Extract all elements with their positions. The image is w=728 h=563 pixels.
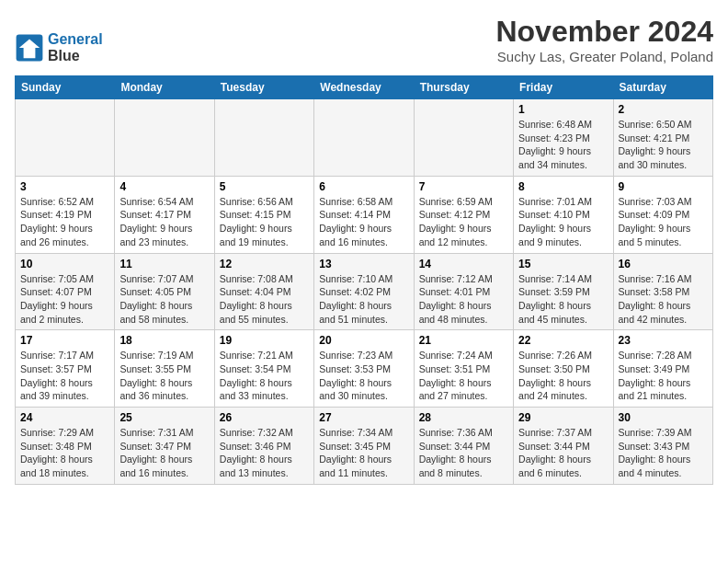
- calendar-day-header: Tuesday: [214, 76, 313, 99]
- calendar-day-header: Thursday: [414, 76, 513, 99]
- calendar-day-cell: 17Sunrise: 7:17 AM Sunset: 3:57 PM Dayli…: [16, 330, 115, 408]
- calendar-table: SundayMondayTuesdayWednesdayThursdayFrid…: [15, 75, 713, 485]
- calendar-day-cell: 16Sunrise: 7:16 AM Sunset: 3:58 PM Dayli…: [613, 253, 712, 330]
- day-info: Sunrise: 7:16 AM Sunset: 3:58 PM Dayligh…: [619, 272, 708, 327]
- day-number: 2: [619, 103, 708, 116]
- calendar-day-cell: 10Sunrise: 7:05 AM Sunset: 4:07 PM Dayli…: [16, 253, 115, 330]
- calendar-day-cell: 7Sunrise: 6:59 AM Sunset: 4:12 PM Daylig…: [414, 176, 513, 253]
- day-number: 18: [119, 334, 209, 347]
- day-info: Sunrise: 7:05 AM Sunset: 4:07 PM Dayligh…: [20, 272, 109, 327]
- day-info: Sunrise: 6:48 AM Sunset: 4:23 PM Dayligh…: [518, 118, 608, 172]
- calendar-day-cell: 27Sunrise: 7:34 AM Sunset: 3:45 PM Dayli…: [314, 408, 414, 485]
- calendar-day-cell: 4Sunrise: 6:54 AM Sunset: 4:17 PM Daylig…: [115, 176, 214, 253]
- day-number: 15: [518, 258, 608, 270]
- day-number: 11: [119, 258, 209, 270]
- calendar-day-cell: 22Sunrise: 7:26 AM Sunset: 3:50 PM Dayli…: [514, 330, 613, 408]
- day-info: Sunrise: 7:14 AM Sunset: 3:59 PM Dayligh…: [518, 272, 608, 327]
- calendar-day-cell: 28Sunrise: 7:36 AM Sunset: 3:44 PM Dayli…: [414, 408, 513, 485]
- calendar-day-cell: 12Sunrise: 7:08 AM Sunset: 4:04 PM Dayli…: [214, 253, 313, 330]
- calendar-week-row: 24Sunrise: 7:29 AM Sunset: 3:48 PM Dayli…: [16, 408, 713, 485]
- day-info: Sunrise: 7:23 AM Sunset: 3:53 PM Dayligh…: [319, 349, 408, 403]
- day-number: 7: [419, 180, 508, 193]
- day-number: 12: [220, 258, 309, 270]
- day-info: Sunrise: 6:52 AM Sunset: 4:19 PM Dayligh…: [20, 195, 109, 249]
- day-info: Sunrise: 7:29 AM Sunset: 3:48 PM Dayligh…: [20, 426, 109, 480]
- logo: General Blue: [15, 31, 103, 64]
- day-info: Sunrise: 7:07 AM Sunset: 4:05 PM Dayligh…: [119, 272, 209, 327]
- calendar-day-cell: 21Sunrise: 7:24 AM Sunset: 3:51 PM Dayli…: [414, 330, 513, 408]
- calendar-day-cell: 14Sunrise: 7:12 AM Sunset: 4:01 PM Dayli…: [414, 253, 513, 330]
- day-info: Sunrise: 7:24 AM Sunset: 3:51 PM Dayligh…: [419, 349, 508, 403]
- day-number: 14: [419, 258, 508, 270]
- day-number: 30: [619, 411, 708, 424]
- calendar-day-cell: 26Sunrise: 7:32 AM Sunset: 3:46 PM Dayli…: [214, 408, 313, 485]
- day-number: 10: [20, 258, 109, 270]
- day-info: Sunrise: 6:59 AM Sunset: 4:12 PM Dayligh…: [419, 195, 508, 249]
- calendar-week-row: 17Sunrise: 7:17 AM Sunset: 3:57 PM Dayli…: [16, 330, 713, 408]
- day-number: 19: [220, 334, 309, 347]
- day-info: Sunrise: 7:36 AM Sunset: 3:44 PM Dayligh…: [419, 426, 508, 480]
- day-info: Sunrise: 6:58 AM Sunset: 4:14 PM Dayligh…: [319, 195, 408, 249]
- calendar-day-cell: [214, 99, 313, 177]
- day-number: 28: [419, 411, 508, 424]
- calendar-day-header: Sunday: [16, 76, 115, 99]
- logo-icon: [15, 33, 44, 63]
- calendar-week-row: 3Sunrise: 6:52 AM Sunset: 4:19 PM Daylig…: [16, 176, 713, 253]
- title-section: November 2024 Suchy Las, Greater Poland,…: [495, 15, 713, 64]
- calendar-day-cell: [16, 99, 115, 177]
- location-title: Suchy Las, Greater Poland, Poland: [495, 49, 713, 64]
- calendar-day-cell: 15Sunrise: 7:14 AM Sunset: 3:59 PM Dayli…: [514, 253, 613, 330]
- day-info: Sunrise: 7:03 AM Sunset: 4:09 PM Dayligh…: [619, 195, 708, 249]
- calendar-day-header: Wednesday: [314, 76, 414, 99]
- calendar-day-cell: [414, 99, 513, 177]
- day-info: Sunrise: 7:31 AM Sunset: 3:47 PM Dayligh…: [119, 426, 209, 480]
- day-number: 1: [518, 103, 608, 116]
- calendar-day-header: Monday: [115, 76, 214, 99]
- day-info: Sunrise: 7:34 AM Sunset: 3:45 PM Dayligh…: [319, 426, 408, 480]
- day-number: 27: [319, 411, 408, 424]
- calendar-day-cell: 23Sunrise: 7:28 AM Sunset: 3:49 PM Dayli…: [613, 330, 712, 408]
- calendar-day-cell: 1Sunrise: 6:48 AM Sunset: 4:23 PM Daylig…: [514, 99, 613, 177]
- day-info: Sunrise: 7:10 AM Sunset: 4:02 PM Dayligh…: [319, 272, 408, 327]
- calendar-week-row: 10Sunrise: 7:05 AM Sunset: 4:07 PM Dayli…: [16, 253, 713, 330]
- day-number: 9: [619, 180, 708, 193]
- day-number: 8: [518, 180, 608, 193]
- day-info: Sunrise: 7:39 AM Sunset: 3:43 PM Dayligh…: [619, 426, 708, 480]
- calendar-day-cell: 19Sunrise: 7:21 AM Sunset: 3:54 PM Dayli…: [214, 330, 313, 408]
- calendar-day-cell: 3Sunrise: 6:52 AM Sunset: 4:19 PM Daylig…: [16, 176, 115, 253]
- day-number: 20: [319, 334, 408, 347]
- calendar-day-cell: [314, 99, 414, 177]
- day-info: Sunrise: 7:12 AM Sunset: 4:01 PM Dayligh…: [419, 272, 508, 327]
- day-number: 5: [220, 180, 309, 193]
- day-info: Sunrise: 7:17 AM Sunset: 3:57 PM Dayligh…: [20, 349, 109, 403]
- day-number: 25: [119, 411, 209, 424]
- day-info: Sunrise: 7:28 AM Sunset: 3:49 PM Dayligh…: [619, 349, 708, 403]
- calendar-day-cell: 6Sunrise: 6:58 AM Sunset: 4:14 PM Daylig…: [314, 176, 414, 253]
- calendar-day-cell: [115, 99, 214, 177]
- calendar-day-cell: 20Sunrise: 7:23 AM Sunset: 3:53 PM Dayli…: [314, 330, 414, 408]
- top-area: General Blue November 2024 Suchy Las, Gr…: [15, 15, 713, 68]
- day-number: 13: [319, 258, 408, 270]
- calendar-day-cell: 25Sunrise: 7:31 AM Sunset: 3:47 PM Dayli…: [115, 408, 214, 485]
- day-number: 16: [619, 258, 708, 270]
- calendar-day-cell: 29Sunrise: 7:37 AM Sunset: 3:44 PM Dayli…: [514, 408, 613, 485]
- calendar-day-header: Friday: [514, 76, 613, 99]
- day-info: Sunrise: 7:08 AM Sunset: 4:04 PM Dayligh…: [220, 272, 309, 327]
- calendar-day-cell: 2Sunrise: 6:50 AM Sunset: 4:21 PM Daylig…: [613, 99, 712, 177]
- day-info: Sunrise: 6:50 AM Sunset: 4:21 PM Dayligh…: [619, 118, 708, 172]
- day-number: 4: [119, 180, 209, 193]
- logo-text: General Blue: [48, 31, 103, 64]
- day-info: Sunrise: 7:01 AM Sunset: 4:10 PM Dayligh…: [518, 195, 608, 249]
- calendar-day-cell: 24Sunrise: 7:29 AM Sunset: 3:48 PM Dayli…: [16, 408, 115, 485]
- calendar-day-cell: 5Sunrise: 6:56 AM Sunset: 4:15 PM Daylig…: [214, 176, 313, 253]
- calendar-day-cell: 30Sunrise: 7:39 AM Sunset: 3:43 PM Dayli…: [613, 408, 712, 485]
- day-number: 26: [220, 411, 309, 424]
- day-info: Sunrise: 7:21 AM Sunset: 3:54 PM Dayligh…: [220, 349, 309, 403]
- day-info: Sunrise: 7:37 AM Sunset: 3:44 PM Dayligh…: [518, 426, 608, 480]
- day-number: 24: [20, 411, 109, 424]
- day-info: Sunrise: 7:19 AM Sunset: 3:55 PM Dayligh…: [119, 349, 209, 403]
- calendar-header-row: SundayMondayTuesdayWednesdayThursdayFrid…: [16, 76, 713, 99]
- day-info: Sunrise: 7:32 AM Sunset: 3:46 PM Dayligh…: [220, 426, 309, 480]
- calendar-day-header: Saturday: [613, 76, 712, 99]
- calendar-day-cell: 11Sunrise: 7:07 AM Sunset: 4:05 PM Dayli…: [115, 253, 214, 330]
